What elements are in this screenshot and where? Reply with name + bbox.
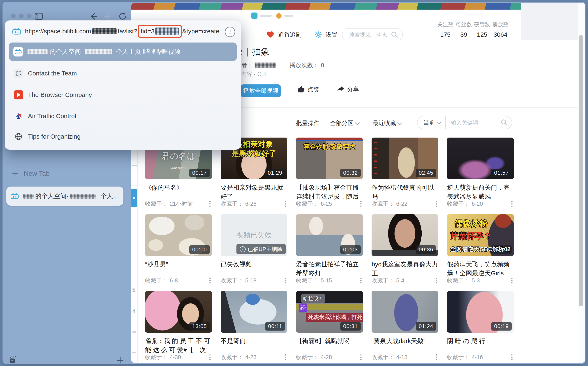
video-title[interactable]: 阴 暗 の 爬 行 — [447, 336, 514, 345]
video-thumbnail[interactable]: 00:19 — [447, 291, 514, 333]
search-icon — [500, 119, 508, 126]
video-card[interactable]: 01:03 爱音拍素世拍祥子拍立希壁咚灯 收藏于：5-15 — [296, 214, 363, 291]
sidebar-toggle-icon[interactable] — [34, 12, 43, 21]
video-title[interactable]: 作为怪猎代餐真的可以吗 — [371, 183, 438, 201]
more-options-icon[interactable] — [208, 200, 212, 208]
space-search-box[interactable] — [342, 28, 403, 41]
video-title[interactable]: 要是相亲对象是黑龙就好了 — [221, 183, 287, 201]
video-thumbnail[interactable]: 13:05 — [145, 291, 212, 333]
gear-icon — [314, 31, 322, 38]
suggestion-current-tab[interactable]: 的个人空间- 个人主页-哔哩哔哩视频 — [9, 43, 237, 61]
video-card[interactable]: 00:32 霍金铁肘,致敬牢大 【抽象现场】霍金直播连续肘击汉尼拔，随后直播间被… — [296, 137, 363, 214]
video-thumbnail[interactable]: i已被UP主删除 视频已失效 — [221, 214, 287, 256]
tab-follow-bangumi[interactable]: 追番追剧 — [278, 31, 302, 39]
video-meta-row: 收藏于：5-4 — [371, 277, 438, 284]
video-thumbnail[interactable]: 01:24 — [371, 291, 438, 333]
video-card[interactable]: i已被UP主删除 视频已失效 已失效视频 收藏于：5-18 — [221, 214, 287, 291]
bilibili-tv-icon — [10, 193, 19, 199]
forward-icon[interactable] — [103, 12, 112, 21]
video-title[interactable]: byd我这室友是真像大力王 — [371, 260, 438, 278]
video-card[interactable]: 00:11 不是哥们 收藏于：4-28 — [221, 291, 287, 363]
video-card[interactable]: 01:57 逆天萌新提前关门，完美武器尽显威风 收藏于：6-20 — [447, 137, 514, 214]
video-title[interactable]: 不是哥们 — [221, 336, 287, 345]
new-item-plus-icon[interactable] — [116, 356, 124, 364]
video-card[interactable]: 13:05 雀巢：我 的 员 工 不 可 能 这 么 可 爱♥【二次元爆改 收藏… — [145, 291, 212, 363]
more-options-icon[interactable] — [359, 200, 363, 208]
folder-meta-creator: 者： 播放次数： 0 — [241, 61, 324, 69]
more-options-icon[interactable] — [510, 277, 514, 284]
video-thumbnail[interactable]: 01:57 — [447, 137, 514, 179]
video-thumbnail[interactable]: 00:11 — [221, 291, 287, 333]
keyword-search-box: 当前 — [417, 116, 512, 129]
video-title[interactable]: 爱音拍素世拍祥子拍立希壁咚灯 — [296, 260, 363, 278]
more-options-icon[interactable] — [284, 353, 287, 361]
video-title[interactable]: 已失效视频 — [221, 260, 287, 269]
more-options-icon[interactable] — [510, 353, 514, 361]
keyword-input[interactable] — [446, 119, 500, 126]
video-thumbnail[interactable]: 00:31 哈拉硕！死杰米我让你喝，打死你经 — [296, 291, 363, 333]
video-card[interactable]: 00:10 “沙县男” 收藏于：6-8 — [145, 214, 212, 291]
like-button[interactable]: 点赞 — [297, 85, 319, 93]
video-card[interactable]: 00:19 阴 暗 の 爬 行 收藏于：4-16 — [447, 291, 514, 363]
video-title[interactable]: “沙县男” — [145, 260, 212, 269]
window-zoom-button[interactable] — [27, 14, 31, 18]
video-title[interactable]: 《你的马名》 — [145, 183, 212, 192]
suggestion-browser-company[interactable]: The Browser Company — [9, 87, 237, 103]
new-tab-button[interactable]: New Tab — [12, 170, 50, 177]
duration-badge: 01:57 — [491, 169, 512, 177]
video-title[interactable]: “黄泉大战dark天鹅” — [371, 336, 438, 345]
window-close-button[interactable] — [11, 14, 16, 18]
video-title[interactable]: 雀巢：我 的 员 工 不 可 能 这 么 可 爱♥【二次元爆改 — [145, 336, 212, 355]
thumb-overlay-text: 死杰米我让你喝，打死你 — [306, 313, 363, 322]
info-icon[interactable]: i — [225, 27, 235, 37]
more-options-icon[interactable] — [434, 353, 438, 361]
video-thumbnail[interactable]: 01:03 — [296, 214, 363, 256]
favorited-date: 收藏于：5-15 — [296, 277, 332, 284]
video-card[interactable]: 01:24 “黄泉大战dark天鹅” 收藏于：4-18 — [371, 291, 438, 363]
stat-likes: 获赞数125 — [473, 21, 491, 38]
video-meta-row: 收藏于：4-16 — [447, 353, 514, 361]
video-title[interactable]: 【抽象现场】霍金直播连续肘击汉尼拔，随后直播间被封 — [296, 183, 363, 201]
video-title[interactable]: 【街霸6】就喝就喝 — [296, 336, 363, 345]
url-bar[interactable]: https://space.bilibili.comfavlist?fid=3&… — [12, 25, 222, 38]
batch-operate-button[interactable]: 批量操作 — [296, 119, 319, 127]
video-title[interactable]: 逆天萌新提前关门，完美武器尽显威风 — [447, 183, 514, 201]
more-options-icon[interactable] — [359, 353, 363, 361]
video-thumbnail[interactable]: 00:32 霍金铁肘,致敬牢大 — [296, 137, 363, 179]
video-card[interactable]: 07:28 偶像炒粉芹菜怀孕？全网最逆天GBC解析02 假药满天飞，笑点频频爆！… — [447, 214, 514, 291]
favorited-date: 收藏于：4-30 — [145, 353, 181, 361]
video-card[interactable]: 00:36 byd我这室友是真像大力王 收藏于：5-4 — [371, 214, 438, 291]
suggestion-contact-team[interactable]: Contact the Team — [9, 65, 237, 81]
video-thumbnail[interactable]: 00:36 — [371, 214, 438, 256]
suggestion-tips-organizing[interactable]: Tips for Organizing — [9, 129, 237, 145]
more-options-icon[interactable] — [510, 200, 514, 208]
more-options-icon[interactable] — [208, 277, 212, 284]
more-options-icon[interactable] — [359, 277, 363, 284]
suggestion-air-traffic-control[interactable]: Air Traffic Control — [9, 108, 237, 124]
play-all-button[interactable]: 播放全部视频 — [241, 84, 281, 97]
video-thumbnail[interactable]: 00:10 — [145, 214, 212, 256]
space-search-input[interactable] — [349, 31, 389, 38]
more-options-icon[interactable] — [284, 277, 287, 284]
sort-dropdown[interactable]: 最近收藏 — [373, 119, 402, 127]
share-button[interactable]: 分享 — [337, 85, 359, 93]
video-thumbnail[interactable]: 02:45 — [371, 137, 438, 179]
video-card[interactable]: 02:45 作为怪猎代餐真的可以吗 收藏于：6-22 — [371, 137, 438, 214]
more-options-icon[interactable] — [434, 200, 438, 208]
video-card[interactable]: 00:31 哈拉硕！死杰米我让你喝，打死你经 【街霸6】就喝就喝 收藏于：4-2… — [296, 291, 363, 363]
window-minimize-button[interactable] — [19, 14, 23, 18]
more-options-icon[interactable] — [434, 277, 438, 284]
more-options-icon[interactable] — [284, 200, 287, 208]
tab-settings[interactable]: 设置 — [326, 31, 337, 39]
more-options-icon[interactable] — [208, 353, 212, 361]
sidebar-active-tab[interactable]: 的个人空间· 个人… — [6, 187, 124, 206]
reload-icon[interactable] — [118, 12, 127, 21]
video-title[interactable]: 假药满天飞，笑点频频爆！全网最逆天Girls Band Cry解析 — [447, 260, 514, 278]
category-dropdown[interactable]: 全部分区 — [330, 119, 359, 127]
scrollbar-thumb[interactable] — [579, 35, 583, 306]
url-text: https://space.bilibili.comfavlist?fid=3&… — [25, 25, 219, 38]
video-thumbnail[interactable]: 07:28 偶像炒粉芹菜怀孕？全网最逆天GBC解析02 — [447, 214, 514, 256]
library-archive-icon[interactable] — [9, 356, 16, 364]
back-icon[interactable] — [89, 12, 98, 21]
scope-dropdown[interactable]: 当前 — [418, 119, 445, 127]
